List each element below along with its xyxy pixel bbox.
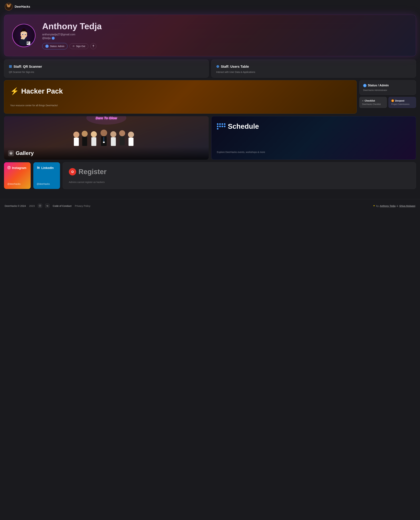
svg-rect-48	[128, 138, 134, 146]
staff-qr-card[interactable]: ⊞ Staff: QR Scanner QR Scanner for Sign-…	[4, 60, 209, 77]
footer-right: ✦ by Anthony Tedja & Shiva Mulwani	[373, 204, 415, 207]
sparkle-icon: ✦	[373, 204, 375, 207]
svg-rect-46	[120, 136, 125, 145]
svg-point-56	[10, 167, 10, 167]
avatar	[12, 24, 36, 47]
svg-rect-54	[8, 166, 10, 169]
hacker-pack-card[interactable]: ⚡ Hacker Pack Your resource center for a…	[4, 80, 357, 114]
footer-year-link[interactable]: 2023	[29, 205, 35, 207]
navbar-title: DeerHacks	[15, 5, 30, 8]
svg-rect-50	[103, 142, 105, 143]
status-admin-desc: DeerHacks Administrator	[363, 89, 412, 92]
instagram-handle: @deerhacks	[7, 183, 27, 185]
footer-privacy-policy-link[interactable]: Privacy Policy	[75, 205, 90, 207]
footer-author2-link[interactable]: Shiva Mulwani	[399, 205, 415, 207]
schedule-dots-icon	[217, 123, 225, 130]
devpost-desc: Project Submissions	[391, 103, 413, 105]
svg-point-7	[8, 7, 9, 7]
svg-point-65	[47, 205, 47, 206]
svg-rect-27	[28, 42, 29, 43]
gallery-title: Gallery	[8, 150, 205, 156]
svg-point-62	[40, 205, 41, 206]
hero-info: Anthony Tedja anthonytedja27@gmail.com @…	[42, 22, 408, 49]
gallery-icon	[8, 150, 14, 156]
hacker-pack-title: ⚡ Hacker Pack	[10, 87, 351, 95]
checklist-desc: DeerHacks Checklist	[362, 103, 384, 105]
svg-rect-30	[29, 43, 29, 43]
footer-linkedin-icon[interactable]	[45, 204, 49, 208]
gallery-card[interactable]: Dare To Glow	[4, 116, 209, 160]
svg-rect-36	[74, 138, 79, 146]
signout-button[interactable]: ⟳ Sign Out	[69, 43, 88, 49]
staff-users-desc: Interact with User Data & Applications	[216, 71, 411, 73]
svg-text:Dare To Glow: Dare To Glow	[96, 116, 117, 120]
gallery-overlay: Gallery	[4, 147, 209, 160]
svg-rect-15	[23, 28, 25, 31]
staff-users-title: ⊕ Staff: Users Table	[216, 64, 411, 69]
svg-rect-26	[27, 42, 28, 43]
staff-users-card[interactable]: ⊕ Staff: Users Table Interact with User …	[211, 60, 416, 77]
staff-qr-desc: QR Scanner for Sign-ins	[9, 71, 204, 73]
checklist-card[interactable]: ≡ Checklist DeerHacks Checklist	[359, 97, 387, 108]
footer-left: DeerHacks © 2024 2023 Code of Conduct Pr…	[5, 204, 90, 208]
main-content: ⊞ Staff: QR Scanner QR Scanner for Sign-…	[0, 60, 420, 192]
footer: DeerHacks © 2024 2023 Code of Conduct Pr…	[0, 199, 420, 213]
svg-point-59	[37, 167, 38, 167]
footer-author1-link[interactable]: Anthony Tedja	[380, 205, 396, 207]
instagram-icon	[7, 166, 11, 170]
avatar-image	[13, 24, 35, 47]
footer-instagram-icon[interactable]	[38, 204, 42, 208]
schedule-card[interactable]: Schedule Explore DeerHacks events, works…	[211, 116, 416, 160]
hero-handle: @tedja ✓	[42, 37, 408, 40]
footer-code-of-conduct-link[interactable]: Code of Conduct	[53, 205, 72, 207]
linkedin-icon	[37, 166, 40, 170]
lightning-icon: ⚡	[10, 87, 19, 95]
svg-point-39	[91, 131, 97, 137]
verified-icon: ✓	[52, 37, 55, 40]
status-admin-title: i Status / Admin	[363, 84, 412, 87]
qr-icon: ⊞	[9, 64, 12, 69]
staff-row: ⊞ Staff: QR Scanner QR Scanner for Sign-…	[4, 60, 416, 77]
hero-name: Anthony Tedja	[42, 22, 408, 31]
instagram-title: Instagram	[7, 166, 27, 170]
users-icon: ⊕	[216, 64, 219, 69]
svg-rect-38	[82, 137, 87, 146]
gallery-schedule-row: Dare To Glow	[4, 116, 416, 160]
register-icon	[69, 168, 76, 176]
svg-rect-64	[47, 206, 47, 206]
hacker-row: ⚡ Hacker Pack Your resource center for a…	[4, 80, 416, 114]
svg-point-41	[100, 130, 107, 136]
schedule-title: Schedule	[217, 122, 411, 130]
status-button[interactable]: i Status: Admin	[42, 43, 68, 49]
svg-point-47	[128, 132, 134, 138]
register-title: Register	[69, 168, 410, 176]
register-desc: Admins cannot register as hackers	[69, 181, 410, 184]
schedule-desc: Explore DeerHacks events, workshops & mo…	[217, 151, 411, 153]
svg-point-6	[9, 6, 9, 6]
devpost-title: D Devpost	[391, 99, 413, 102]
instagram-card[interactable]: Instagram @deerhacks	[4, 162, 31, 189]
status-admin-card[interactable]: i Status / Admin DeerHacks Administrator	[359, 80, 416, 95]
info-icon: i	[45, 45, 49, 48]
status-info-icon: i	[363, 84, 367, 87]
svg-point-5	[8, 6, 8, 6]
linkedin-card[interactable]: LinkedIn @deerhacks	[33, 162, 60, 189]
svg-point-23	[25, 35, 27, 36]
svg-rect-58	[37, 167, 38, 168]
navbar-logo	[5, 3, 13, 11]
register-card[interactable]: Register Admins cannot register as hacke…	[63, 162, 416, 189]
linkedin-title: LinkedIn	[37, 166, 57, 170]
svg-point-35	[73, 132, 79, 138]
svg-rect-28	[27, 43, 28, 44]
svg-point-61	[39, 205, 40, 206]
hero-email: anthonytedja27@gmail.com	[42, 33, 408, 36]
svg-rect-60	[39, 205, 41, 207]
help-button[interactable]: ?	[90, 43, 96, 49]
svg-rect-44	[111, 137, 116, 146]
svg-point-55	[8, 167, 10, 168]
admin-sub-row: ≡ Checklist DeerHacks Checklist D Devpos…	[359, 97, 416, 108]
svg-point-45	[119, 130, 125, 136]
hero-actions: i Status: Admin ⟳ Sign Out ?	[42, 43, 408, 49]
signout-icon: ⟳	[73, 45, 75, 47]
devpost-card[interactable]: D Devpost Project Submissions	[389, 97, 416, 108]
